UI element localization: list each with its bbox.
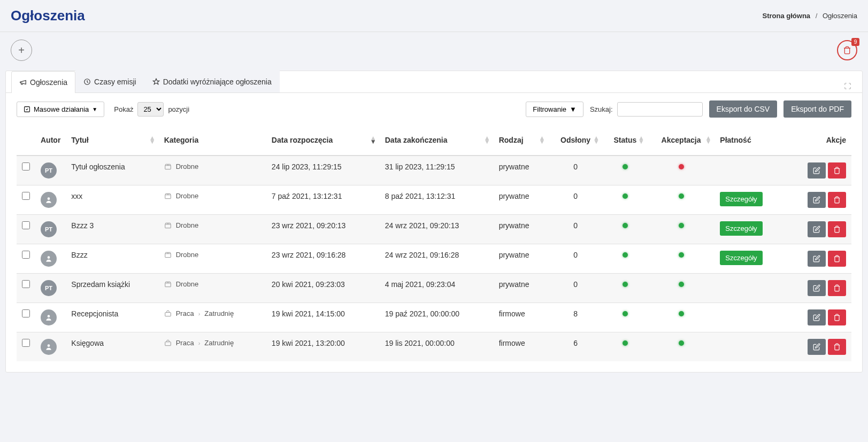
megaphone-icon — [19, 79, 27, 86]
row-checkbox[interactable] — [22, 192, 30, 200]
cell-category: Drobne — [164, 162, 261, 170]
cell-views: 0 — [548, 244, 603, 274]
table-row: xxxDrobne7 paź 2021, 13:12:318 paź 2021,… — [17, 185, 851, 215]
col-title[interactable]: Tytuł▲▼ — [66, 125, 158, 156]
cell-views: 6 — [548, 332, 603, 362]
search-label: Szukaj: — [590, 105, 613, 113]
svg-rect-4 — [165, 195, 171, 198]
table-row: PTSprzedam książkiDrobne20 kwi 2021, 09:… — [17, 274, 851, 303]
acceptance-dot — [679, 340, 684, 346]
tab-label: Czasy emisji — [94, 77, 136, 86]
col-date-end[interactable]: Data zakończenia▲▼ — [380, 125, 494, 156]
table-row: KsięgowaPraca›Zatrudnię19 kwi 2021, 13:2… — [17, 332, 851, 362]
edit-button[interactable] — [808, 309, 826, 325]
row-checkbox[interactable] — [22, 339, 30, 347]
status-dot — [623, 282, 628, 287]
cell-payment: Szczegóły — [715, 185, 786, 215]
export-csv-button[interactable]: Eksport do CSV — [709, 100, 778, 118]
category-segment: Drobne — [176, 192, 199, 200]
row-checkbox[interactable] — [22, 309, 30, 317]
expand-icon[interactable] — [844, 82, 851, 91]
col-acceptance[interactable]: Akceptacja▲▼ — [648, 125, 715, 156]
edit-button[interactable] — [808, 221, 826, 237]
trash-button[interactable]: 9 — [837, 40, 857, 60]
edit-button[interactable] — [808, 251, 826, 267]
delete-button[interactable] — [828, 221, 846, 237]
cell-payment — [715, 156, 786, 185]
edit-button[interactable] — [808, 192, 826, 208]
filter-button[interactable]: Filtrowanie ▼ — [526, 102, 583, 117]
avatar: PT — [41, 280, 57, 296]
category-segment: Drobne — [176, 280, 199, 288]
cell-date-end: 19 paź 2021, 00:00:00 — [380, 303, 494, 332]
export-pdf-button[interactable]: Eksport do PDF — [783, 100, 851, 118]
cell-date-start: 24 lip 2023, 11:29:15 — [266, 156, 380, 185]
col-payment: Płatność — [715, 125, 786, 156]
svg-point-9 — [48, 315, 50, 317]
details-button[interactable]: Szczegóły — [720, 221, 762, 236]
cell-title: xxx — [66, 185, 158, 215]
breadcrumb: Strona główna / Ogłoszenia — [763, 12, 857, 20]
tab-0[interactable]: Ogłoszenia — [11, 71, 75, 93]
row-checkbox[interactable] — [22, 162, 30, 170]
mass-actions-button[interactable]: Masowe działania ▼ — [17, 102, 104, 117]
details-button[interactable]: Szczegóły — [720, 251, 762, 265]
row-checkbox[interactable] — [22, 280, 30, 288]
delete-button[interactable] — [828, 192, 846, 208]
avatar: PT — [41, 162, 57, 179]
status-dot — [623, 340, 628, 346]
cell-category: Drobne — [164, 251, 261, 259]
svg-rect-2 — [165, 165, 171, 169]
add-button[interactable]: + — [11, 40, 32, 61]
cell-title: Bzzz — [66, 244, 158, 274]
delete-button[interactable] — [828, 309, 846, 325]
tab-2[interactable]: Dodatki wyróżniające ogłoszenia — [144, 71, 280, 92]
details-button[interactable]: Szczegóły — [720, 192, 762, 206]
listings-table: Autor Tytuł▲▼ Kategoria Data rozpoczęcia… — [17, 125, 851, 361]
delete-button[interactable] — [828, 251, 846, 267]
show-label: Pokaż — [114, 105, 133, 113]
svg-rect-12 — [165, 342, 171, 345]
svg-rect-5 — [165, 224, 171, 228]
edit-button[interactable] — [808, 280, 826, 296]
delete-button[interactable] — [828, 280, 846, 296]
avatar — [41, 339, 57, 355]
acceptance-dot — [679, 311, 684, 316]
status-dot — [623, 193, 628, 199]
table-row: BzzzDrobne23 wrz 2021, 09:16:2824 wrz 20… — [17, 244, 851, 274]
delete-button[interactable] — [828, 162, 846, 179]
edit-button[interactable] — [808, 339, 826, 355]
row-checkbox[interactable] — [22, 221, 30, 229]
col-date-start[interactable]: Data rozpoczęcia▲▼ — [266, 125, 380, 156]
svg-rect-8 — [165, 283, 171, 286]
cell-title: Księgowa — [66, 332, 158, 362]
cell-kind: prywatne — [494, 215, 549, 244]
cell-category: Drobne — [164, 280, 261, 288]
cell-date-end: 31 lip 2023, 11:29:15 — [380, 156, 494, 185]
cell-views: 0 — [548, 274, 603, 303]
col-status[interactable]: Status▲▼ — [603, 125, 648, 156]
caret-down-icon: ▼ — [570, 105, 577, 113]
cell-kind: prywatne — [494, 244, 549, 274]
cell-kind: firmowe — [494, 303, 549, 332]
col-author: Autor — [35, 125, 66, 156]
avatar — [41, 192, 57, 208]
col-views[interactable]: Odsłony▲▼ — [548, 125, 603, 156]
cell-date-end: 19 lis 2021, 00:00:00 — [380, 332, 494, 362]
delete-button[interactable] — [828, 339, 846, 355]
cell-views: 0 — [548, 185, 603, 215]
cell-date-start: 7 paź 2021, 13:12:31 — [266, 185, 380, 215]
category-segment: Drobne — [176, 251, 199, 259]
col-kind[interactable]: Rodzaj▲▼ — [494, 125, 549, 156]
category-segment: Praca — [176, 309, 194, 317]
cell-category: Praca›Zatrudnię — [164, 339, 261, 347]
search-input[interactable] — [617, 102, 703, 117]
cell-date-end: 8 paź 2021, 13:12:31 — [380, 185, 494, 215]
page-size-select[interactable]: 25 — [137, 102, 164, 117]
row-checkbox[interactable] — [22, 251, 30, 259]
breadcrumb-home[interactable]: Strona główna — [763, 12, 811, 20]
cell-kind: prywatne — [494, 185, 549, 215]
cell-title: Tytuł ogłoszenia — [66, 156, 158, 185]
edit-button[interactable] — [808, 162, 826, 179]
tab-1[interactable]: Czasy emisji — [75, 71, 144, 92]
